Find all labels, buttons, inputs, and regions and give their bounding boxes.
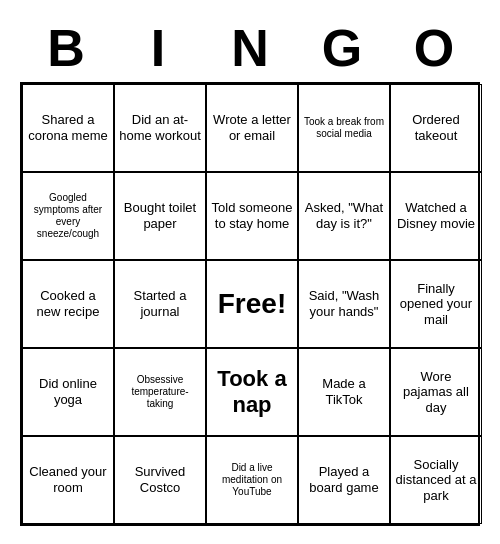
bingo-cell[interactable]: Played a board game <box>298 436 390 524</box>
bingo-grid: Shared a corona memeDid an at-home worko… <box>20 82 480 526</box>
bingo-cell[interactable]: Cleaned your room <box>22 436 114 524</box>
title-n: N <box>208 18 292 78</box>
bingo-cell[interactable]: Free! <box>206 260 298 348</box>
bingo-cell[interactable]: Survived Costco <box>114 436 206 524</box>
bingo-cell[interactable]: Made a TikTok <box>298 348 390 436</box>
bingo-cell[interactable]: Said, "Wash your hands" <box>298 260 390 348</box>
bingo-cell[interactable]: Asked, "What day is it?" <box>298 172 390 260</box>
bingo-cell[interactable]: Started a journal <box>114 260 206 348</box>
bingo-cell[interactable]: Obsessive temperature-taking <box>114 348 206 436</box>
bingo-cell[interactable]: Wrote a letter or email <box>206 84 298 172</box>
bingo-cell[interactable]: Ordered takeout <box>390 84 482 172</box>
bingo-cell[interactable]: Bought toilet paper <box>114 172 206 260</box>
bingo-cell[interactable]: Did an at-home workout <box>114 84 206 172</box>
bingo-cell[interactable]: Watched a Disney movie <box>390 172 482 260</box>
bingo-cell[interactable]: Cooked a new recipe <box>22 260 114 348</box>
bingo-cell[interactable]: Socially distanced at a park <box>390 436 482 524</box>
bingo-cell[interactable]: Wore pajamas all day <box>390 348 482 436</box>
bingo-cell[interactable]: Googled symptoms after every sneeze/coug… <box>22 172 114 260</box>
bingo-cell[interactable]: Finally opened your mail <box>390 260 482 348</box>
bingo-title: B I N G O <box>20 18 480 78</box>
title-i: I <box>116 18 200 78</box>
bingo-cell[interactable]: Took a nap <box>206 348 298 436</box>
title-g: G <box>300 18 384 78</box>
bingo-cell[interactable]: Did online yoga <box>22 348 114 436</box>
bingo-cell[interactable]: Did a live meditation on YouTube <box>206 436 298 524</box>
bingo-cell[interactable]: Took a break from social media <box>298 84 390 172</box>
bingo-cell[interactable]: Shared a corona meme <box>22 84 114 172</box>
bingo-cell[interactable]: Told someone to stay home <box>206 172 298 260</box>
title-o: O <box>392 18 476 78</box>
title-b: B <box>24 18 108 78</box>
